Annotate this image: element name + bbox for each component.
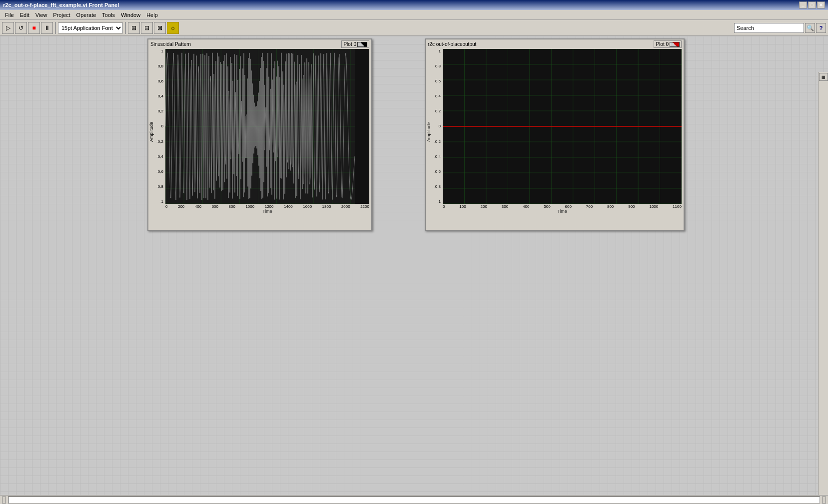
window-title: r2c_out-o-f-place_fft_example.vi Front P… bbox=[3, 2, 799, 8]
status-right-icon bbox=[822, 497, 826, 504]
sinusoidal-graph: Sinusoidal Pattern Plot 0 Amplitude 1 0,… bbox=[147, 38, 372, 231]
align-button[interactable]: ⊞ bbox=[128, 22, 140, 34]
resize-button[interactable]: ⊠ bbox=[154, 22, 166, 34]
menu-window[interactable]: Window bbox=[118, 11, 143, 19]
window-controls: _ □ ✕ bbox=[799, 1, 825, 8]
r2c-canvas bbox=[443, 49, 682, 204]
status-scrollbar[interactable] bbox=[8, 497, 820, 504]
sinusoidal-title-bar: Sinusoidal Pattern Plot 0 bbox=[148, 39, 371, 49]
sinusoidal-x-label: Time bbox=[165, 209, 369, 215]
r2c-title: r2c out-of-placeoutput bbox=[428, 41, 476, 47]
separator-1 bbox=[55, 22, 56, 34]
menu-bar: File Edit View Project Operate Tools Win… bbox=[0, 10, 828, 20]
abort-button[interactable]: ■ bbox=[28, 22, 40, 34]
panel-icon-1[interactable]: ▦ bbox=[819, 73, 828, 81]
r2c-y-axis: 1 0,8 0,6 0,4 0,2 0 -0,2 -0,4 -0,6 -0,8 … bbox=[428, 49, 442, 204]
search-input[interactable] bbox=[734, 23, 804, 33]
toolbar: ▷ ↺ ■ ⏸ 15pt Application Font ⊞ ⊟ ⊠ ☼ 🔍 … bbox=[0, 20, 828, 36]
status-bar bbox=[0, 495, 828, 504]
menu-file[interactable]: File bbox=[2, 11, 17, 19]
canvas: ▦ Sinusoidal Pattern Plot 0 Amplitude 1 … bbox=[0, 36, 828, 495]
menu-edit[interactable]: Edit bbox=[17, 11, 32, 19]
help-button[interactable]: ? bbox=[816, 23, 826, 33]
title-bar: r2c_out-o-f-place_fft_example.vi Front P… bbox=[0, 0, 828, 10]
r2c-plot-label: Plot 0 bbox=[656, 41, 669, 47]
sinusoidal-legend-color bbox=[357, 42, 367, 47]
menu-operate[interactable]: Operate bbox=[73, 11, 99, 19]
right-panel: ▦ bbox=[818, 72, 828, 495]
minimize-button[interactable]: _ bbox=[799, 1, 807, 8]
search-button[interactable]: 🔍 bbox=[805, 23, 815, 33]
sinusoidal-legend[interactable]: Plot 0 bbox=[341, 40, 369, 48]
r2c-graph: r2c out-of-placeoutput Plot 0 Amplitude … bbox=[425, 38, 685, 231]
sinusoidal-canvas bbox=[165, 49, 369, 204]
menu-view[interactable]: View bbox=[32, 11, 50, 19]
status-left-icon bbox=[2, 497, 6, 504]
reorder-button[interactable]: ☼ bbox=[167, 22, 179, 34]
separator-2 bbox=[125, 22, 126, 34]
sinusoidal-y-axis: 1 0,8 0,6 0,4 0,2 0 -0,2 -0,4 -0,6 -0,8 … bbox=[150, 49, 164, 204]
run-button[interactable]: ▷ bbox=[2, 22, 14, 34]
close-button[interactable]: ✕ bbox=[817, 1, 825, 8]
r2c-x-axis: 0 100 200 300 400 500 600 700 800 900 10… bbox=[443, 204, 682, 209]
r2c-legend[interactable]: Plot 0 bbox=[654, 40, 682, 48]
r2c-x-label: Time bbox=[443, 209, 682, 215]
pause-button[interactable]: ⏸ bbox=[41, 22, 53, 34]
menu-tools[interactable]: Tools bbox=[99, 11, 118, 19]
sinusoidal-x-axis: 0 200 400 600 800 1000 1200 1400 1600 18… bbox=[165, 204, 369, 209]
run-continuously-button[interactable]: ↺ bbox=[15, 22, 27, 34]
maximize-button[interactable]: □ bbox=[808, 1, 816, 8]
distribute-button[interactable]: ⊟ bbox=[141, 22, 153, 34]
font-selector[interactable]: 15pt Application Font bbox=[58, 22, 123, 33]
menu-help[interactable]: Help bbox=[143, 11, 161, 19]
sinusoidal-plot-label: Plot 0 bbox=[343, 41, 356, 47]
r2c-legend-color bbox=[670, 42, 680, 47]
search-container: 🔍 ? bbox=[734, 23, 826, 33]
r2c-title-bar: r2c out-of-placeoutput Plot 0 bbox=[426, 39, 684, 49]
sinusoidal-title: Sinusoidal Pattern bbox=[150, 41, 191, 47]
menu-project[interactable]: Project bbox=[50, 11, 73, 19]
